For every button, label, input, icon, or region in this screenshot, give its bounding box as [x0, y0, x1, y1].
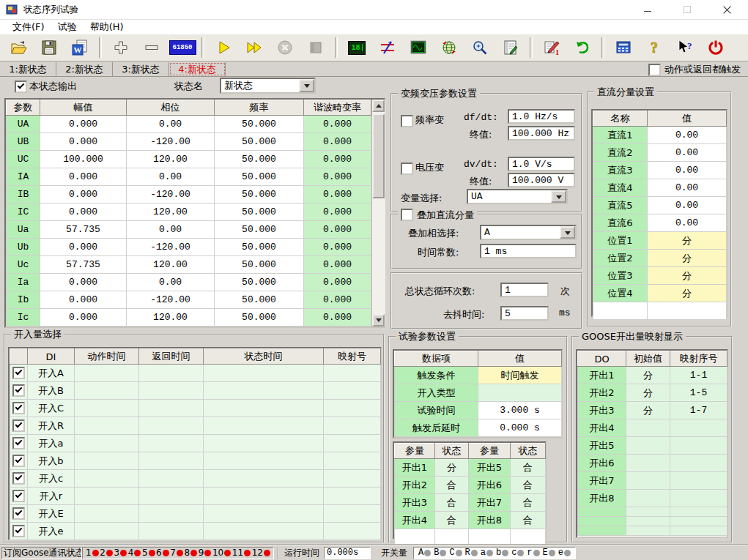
amplitude-cell[interactable]: 57.735	[40, 256, 127, 274]
thd-cell[interactable]: 0.000	[304, 239, 371, 256]
dc-value-cell[interactable]: 分	[648, 267, 727, 285]
amplitude-cell[interactable]: 0.000	[40, 204, 127, 221]
amplitude-cell[interactable]: 0.000	[40, 116, 127, 133]
frequency-cell[interactable]: 50.000	[215, 239, 304, 256]
goose-map-cell[interactable]	[670, 472, 727, 490]
param-value-cell[interactable]	[478, 384, 562, 402]
add-state-button[interactable]	[108, 37, 133, 59]
frequency-cell[interactable]: 50.000	[215, 133, 304, 151]
di-state-time-cell[interactable]	[204, 365, 324, 382]
scroll-down-button[interactable]	[372, 314, 385, 326]
di-checkbox[interactable]	[12, 437, 25, 449]
amplitude-cell[interactable]: 0.000	[40, 274, 127, 291]
di-checkbox[interactable]	[12, 507, 25, 520]
goose-init-cell[interactable]	[626, 419, 670, 437]
harmonic-button[interactable]	[375, 37, 400, 59]
frequency-cell[interactable]: 50.000	[215, 309, 304, 326]
di-return-time-cell[interactable]	[139, 382, 204, 400]
di-return-time-cell[interactable]	[139, 365, 204, 382]
di-action-time-cell[interactable]	[75, 365, 139, 382]
freq-change-checkbox[interactable]	[401, 115, 413, 127]
phase-cell[interactable]: 120.00	[127, 256, 215, 274]
goose-map-cell[interactable]	[670, 419, 727, 437]
volt-change-checkbox[interactable]	[401, 163, 413, 175]
di-return-time-cell[interactable]	[139, 400, 204, 417]
thd-cell[interactable]: 0.000	[304, 151, 371, 168]
param-value-cell[interactable]: 时间触发	[478, 367, 562, 384]
phase-cell[interactable]: -120.00	[127, 291, 215, 309]
amplitude-cell[interactable]: 0.000	[40, 133, 127, 151]
goose-init-cell[interactable]	[626, 526, 670, 536]
frequency-cell[interactable]: 50.000	[215, 221, 304, 239]
freq-final-field[interactable]: 100.000 Hz	[508, 126, 575, 141]
do-state-cell[interactable]: 合	[511, 459, 546, 477]
thd-cell[interactable]: 0.000	[304, 168, 371, 186]
di-action-time-cell[interactable]	[75, 417, 139, 435]
di-return-time-cell[interactable]	[139, 488, 204, 505]
vertical-scrollbar[interactable]	[371, 100, 385, 326]
phase-cell[interactable]: -120.00	[127, 133, 215, 151]
goose-init-cell[interactable]	[626, 490, 670, 507]
do-state-cell[interactable]: 合	[435, 512, 469, 529]
goose-map-cell[interactable]	[670, 490, 727, 507]
di-return-time-cell[interactable]	[139, 523, 204, 540]
phase-cell[interactable]: 0.00	[127, 168, 215, 186]
power-exit-button[interactable]	[703, 37, 728, 59]
thd-cell[interactable]: 0.000	[304, 221, 371, 239]
amplitude-cell[interactable]: 0.000	[40, 291, 127, 309]
thd-cell[interactable]: 0.000	[304, 133, 371, 151]
dc-value-cell[interactable]: 分	[648, 232, 727, 250]
stop-button[interactable]	[303, 37, 328, 59]
frequency-cell[interactable]: 50.000	[215, 274, 304, 291]
di-action-time-cell[interactable]	[75, 505, 139, 523]
close-button[interactable]	[711, 0, 742, 19]
di-checkbox[interactable]	[12, 490, 25, 502]
di-checkbox[interactable]	[12, 525, 25, 537]
do-state-cell[interactable]: 合	[511, 477, 546, 494]
di-checkbox[interactable]	[12, 402, 25, 414]
dc-value-cell[interactable]: 0.00	[648, 162, 727, 179]
amplitude-cell[interactable]: 0.000	[40, 168, 127, 186]
di-map-cell[interactable]	[324, 488, 381, 505]
di-state-time-cell[interactable]	[204, 470, 324, 488]
goose-init-cell[interactable]	[626, 472, 670, 490]
frequency-cell[interactable]: 50.000	[215, 168, 304, 186]
dfdt-field[interactable]: 1.0 Hz/s	[508, 109, 575, 124]
maximize-button[interactable]	[672, 0, 703, 19]
frequency-cell[interactable]: 50.000	[215, 151, 304, 168]
vector-view-button[interactable]	[437, 37, 462, 59]
di-action-time-cell[interactable]	[75, 470, 139, 488]
goose-init-cell[interactable]	[626, 437, 670, 455]
thd-cell[interactable]: 0.000	[304, 204, 371, 221]
goose-map-cell[interactable]	[670, 526, 727, 536]
state-tab[interactable]: 1:新状态	[0, 62, 56, 76]
menu-item[interactable]: 试验	[51, 20, 84, 34]
var-select-dropdown[interactable]: UA	[467, 189, 568, 204]
goose-map-cell[interactable]	[670, 507, 727, 517]
start-test-button[interactable]	[211, 37, 236, 59]
dropdown-button[interactable]	[299, 79, 314, 92]
di-map-cell[interactable]	[324, 417, 381, 435]
di-return-time-cell[interactable]	[139, 452, 204, 470]
dc-superpose-checkbox[interactable]	[401, 209, 413, 221]
di-action-time-cell[interactable]	[75, 435, 139, 452]
dc-value-cell[interactable]: 分	[648, 250, 727, 267]
menu-item[interactable]: 帮助(H)	[84, 20, 130, 34]
dc-value-cell[interactable]: 分	[648, 285, 727, 302]
di-return-time-cell[interactable]	[139, 435, 204, 452]
thd-cell[interactable]: 0.000	[304, 186, 371, 204]
device-panel-button[interactable]	[611, 37, 636, 59]
di-map-cell[interactable]	[324, 470, 381, 488]
goose-init-cell[interactable]: 分	[626, 367, 670, 384]
di-checkbox[interactable]	[12, 455, 25, 467]
di-state-time-cell[interactable]	[204, 417, 324, 435]
goose-init-cell[interactable]: 分	[626, 384, 670, 402]
frequency-cell[interactable]: 50.000	[215, 291, 304, 309]
state-tab[interactable]: 3:新状态	[113, 62, 169, 76]
goose-map-cell[interactable]	[670, 517, 727, 526]
phase-select-dropdown[interactable]: A	[480, 225, 577, 240]
fast-run-button[interactable]	[242, 37, 267, 59]
di-return-time-cell[interactable]	[139, 417, 204, 435]
di-map-cell[interactable]	[324, 523, 381, 540]
phase-cell[interactable]: -120.00	[127, 239, 215, 256]
